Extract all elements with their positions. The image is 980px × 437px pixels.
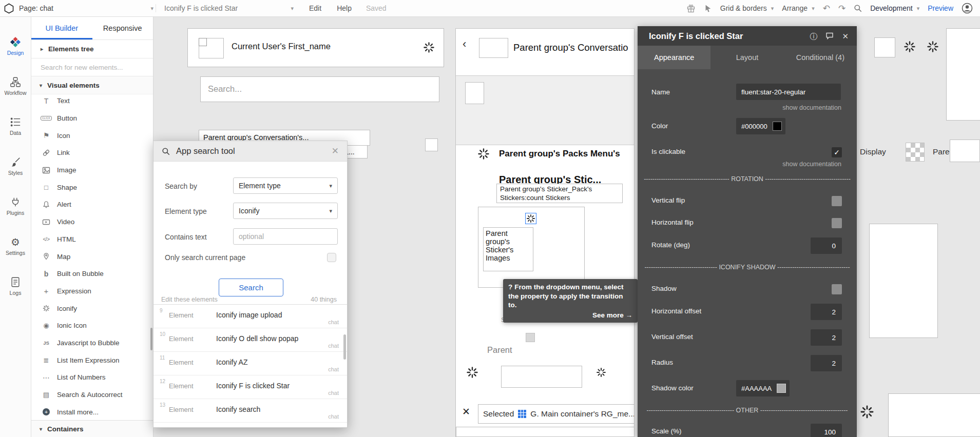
nav-item-plugins[interactable]: Plugins	[0, 196, 31, 216]
show-documentation-link[interactable]: show documentation	[782, 161, 841, 168]
menu-edit[interactable]: Edit	[309, 4, 321, 12]
wireframe-search-input[interactable]: Search...	[200, 76, 439, 102]
wireframe-box[interactable]	[888, 393, 980, 437]
grid-borders-menu[interactable]: Grid & borders ▾	[720, 4, 774, 12]
result-name[interactable]: Iconify search	[216, 405, 260, 413]
inspector-header[interactable]: Iconify F is clicked Star ⓘ ✕	[638, 26, 857, 46]
wireframe-chat-page[interactable]: ‹ Parent group's Conversatio Parent grou…	[455, 28, 635, 437]
is-clickable-checkbox[interactable]: ✓	[832, 147, 842, 157]
result-row[interactable]: 12 Element Iconify F is clicked Star cha…	[153, 375, 347, 399]
bubble-logo-icon[interactable]	[4, 3, 14, 14]
search-icon[interactable]	[854, 4, 862, 12]
tab-ui-builder[interactable]: UI Builder	[31, 17, 92, 39]
element-item-map[interactable]: Map	[31, 248, 153, 265]
result-name[interactable]: Iconify O dell show popap	[216, 334, 298, 343]
wireframe-group-user[interactable]: Current User's First_name	[187, 28, 444, 67]
tab-appearance[interactable]: Appearance	[638, 46, 710, 69]
vertical-offset-input[interactable]	[811, 329, 842, 346]
wireframe-box[interactable]	[456, 427, 635, 437]
nav-item-settings[interactable]: ⚙ Settings	[0, 236, 31, 256]
shadow-color-control[interactable]: #AAAAAA	[736, 380, 790, 396]
radius-input[interactable]	[811, 355, 842, 371]
element-item-video[interactable]: Video	[31, 213, 153, 231]
result-row[interactable]: 13 Element Iconify search chat	[153, 399, 347, 423]
selected-element-bar[interactable]: Selected G. Main container's RG_me...	[478, 404, 635, 424]
element-search-input[interactable]	[31, 58, 153, 76]
element-item-text[interactable]: T Text	[31, 92, 153, 110]
element-item-alert[interactable]: Alert	[31, 196, 153, 213]
menu-help[interactable]: Help	[337, 4, 352, 12]
iconify-burst-icon[interactable]	[904, 41, 916, 53]
transparency-swatch[interactable]	[906, 143, 925, 162]
shadow-checkbox[interactable]	[832, 284, 842, 294]
element-item-install-more[interactable]: + Install more...	[31, 403, 153, 421]
nav-item-styles[interactable]: Styles	[0, 156, 31, 176]
scrollbar-thumb[interactable]	[343, 334, 346, 360]
nav-item-logs[interactable]: Logs	[0, 276, 31, 296]
nav-item-design[interactable]: Design	[0, 36, 31, 56]
gift-icon[interactable]	[686, 4, 696, 13]
elements-tree-toggle[interactable]: ▸ Elements tree	[31, 40, 153, 58]
rotate-input[interactable]	[811, 237, 842, 254]
page-selector[interactable]: Page: chat ▾	[14, 4, 153, 12]
wireframe-box[interactable]	[946, 28, 980, 121]
element-item-ionic-icon[interactable]: ◉ Ionic Icon	[31, 317, 153, 334]
wireframe-packs-title[interactable]: Parent group's Packs Menu's	[499, 149, 620, 159]
wireframe-box[interactable]	[869, 224, 938, 338]
wireframe-parent-label[interactable]: Parent	[487, 345, 512, 355]
element-item-image[interactable]: Image	[31, 162, 153, 179]
wireframe-images-box[interactable]: Parent group's Sticker's Images	[483, 227, 533, 271]
iconify-burst-icon[interactable]	[466, 366, 478, 379]
close-icon[interactable]: ✕	[842, 32, 849, 40]
search-by-select[interactable]: Element type ▾	[233, 177, 338, 194]
wireframe-box[interactable]	[501, 366, 582, 388]
result-row[interactable]: Element Iconify search copy chat	[153, 423, 347, 428]
selected-iconify-burst-icon[interactable]	[525, 213, 536, 224]
result-row[interactable]: 10 Element Iconify O dell show popap cha…	[153, 328, 347, 352]
cursor-icon[interactable]	[704, 4, 712, 13]
iconify-burst-icon[interactable]	[423, 42, 435, 53]
element-item-link[interactable]: Link	[31, 144, 153, 162]
show-documentation-link[interactable]: show documentation	[782, 104, 841, 111]
element-selector[interactable]: Iconify F is clicked Star ▾	[156, 4, 294, 12]
element-item-button[interactable]: CLICK Button	[31, 110, 153, 127]
close-icon[interactable]: ✕	[462, 406, 470, 418]
icon-name-input[interactable]	[736, 84, 841, 100]
visual-elements-section[interactable]: ▾ Visual elements	[31, 76, 153, 94]
scrollbar-thumb[interactable]	[150, 328, 152, 350]
wireframe-repeating-group[interactable]	[456, 75, 635, 145]
element-item-list-of-numbers[interactable]: ⋯ List of Numbers	[31, 369, 153, 386]
iconify-burst-icon[interactable]	[596, 367, 606, 378]
search-button[interactable]: Search	[219, 279, 283, 296]
iconify-burst-icon[interactable]	[477, 148, 490, 160]
contains-text-input[interactable]	[233, 228, 338, 245]
wireframe-box[interactable]	[425, 138, 438, 151]
undo-icon[interactable]: ↶	[823, 4, 830, 13]
wireframe-handle[interactable]	[199, 38, 207, 46]
horizontal-flip-checkbox[interactable]	[832, 218, 842, 228]
element-type-select[interactable]: Iconify ▾	[233, 203, 338, 219]
wireframe-box[interactable]	[465, 82, 484, 104]
result-name[interactable]: Iconify AZ	[216, 358, 247, 366]
element-item-shape[interactable]: □ Shape	[31, 178, 153, 196]
environment-selector[interactable]: Development ▾	[870, 4, 919, 12]
color-control[interactable]: #000000	[736, 118, 785, 134]
vertical-flip-checkbox[interactable]	[832, 196, 842, 206]
horizontal-offset-input[interactable]	[811, 304, 842, 320]
only-current-page-checkbox[interactable]	[327, 253, 336, 262]
nav-item-workflow[interactable]: Workflow	[0, 76, 31, 96]
info-icon[interactable]: ⓘ	[810, 32, 817, 40]
nav-item-data[interactable]: Data	[0, 116, 31, 136]
wireframe-text[interactable]: Current User's First_name	[232, 42, 331, 51]
wireframe-caption-box[interactable]: Parent group's Sticker_Pack's Stickers:c…	[496, 184, 623, 203]
tab-conditional[interactable]: Conditional (4)	[784, 46, 857, 69]
result-name[interactable]: Iconify image upload	[216, 311, 282, 319]
containers-section[interactable]: ▾ Containers	[31, 420, 153, 437]
element-item-list-item-expression[interactable]: ≣ List Item Expression	[31, 351, 153, 369]
element-item-javascript-to-bubble[interactable]: JS Javascript to Bubble	[31, 334, 153, 352]
wireframe-box[interactable]	[874, 37, 895, 57]
back-chevron-icon[interactable]: ‹	[463, 37, 466, 51]
result-row[interactable]: 11 Element Iconify AZ chat	[153, 352, 347, 375]
close-icon[interactable]: ✕	[332, 146, 339, 156]
scale-input[interactable]	[811, 424, 842, 437]
